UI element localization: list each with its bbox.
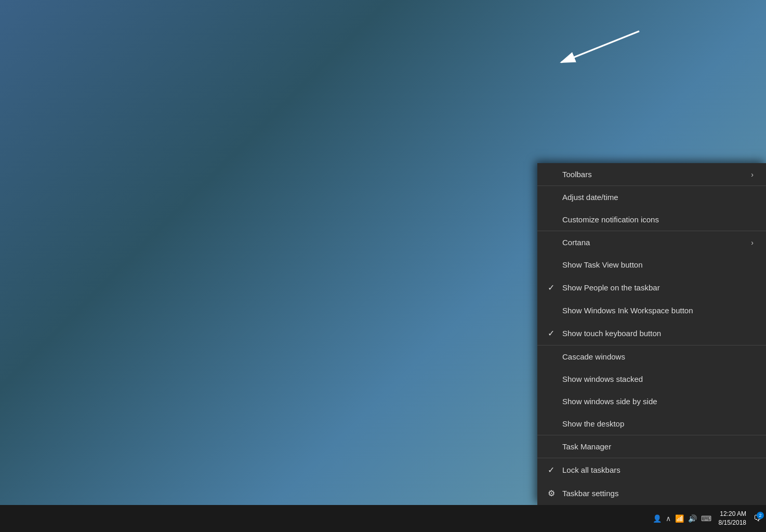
menu-item-toolbars[interactable]: Toolbars› (537, 163, 766, 185)
menu-item-customize-notifications[interactable]: Customize notification icons (537, 208, 766, 231)
menu-item-lock-taskbars[interactable]: ✓Lock all taskbars (537, 458, 766, 482)
show-hidden-icons[interactable]: ∧ (666, 514, 671, 523)
label-show-touch-keyboard: Show touch keyboard button (562, 329, 754, 338)
people-icon[interactable]: 👤 (653, 514, 662, 523)
menu-item-show-touch-keyboard[interactable]: ✓Show touch keyboard button (537, 322, 766, 345)
label-show-task-view: Show Task View button (562, 260, 754, 269)
check-show-people: ✓ (548, 283, 562, 292)
label-show-ink-workspace: Show Windows Ink Workspace button (562, 306, 754, 315)
label-taskbar-settings: Taskbar settings (562, 489, 754, 498)
arrow-toolbars: › (751, 170, 754, 179)
label-show-people: Show People on the taskbar (562, 283, 754, 292)
label-customize-notifications: Customize notification icons (562, 215, 754, 224)
label-show-stacked: Show windows stacked (562, 375, 754, 383)
notification-badge: 2 (757, 512, 764, 519)
date-display: 8/15/2018 (719, 518, 746, 527)
label-show-desktop: Show the desktop (562, 419, 754, 428)
check-lock-taskbars: ✓ (548, 465, 562, 475)
menu-item-show-desktop[interactable]: Show the desktop (537, 413, 766, 435)
label-adjust-datetime: Adjust date/time (562, 193, 754, 202)
label-lock-taskbars: Lock all taskbars (562, 466, 754, 474)
check-taskbar-settings: ⚙ (548, 488, 562, 498)
menu-item-show-task-view[interactable]: Show Task View button (537, 254, 766, 276)
menu-item-cascade-windows[interactable]: Cascade windows (537, 345, 766, 368)
label-task-manager: Task Manager (562, 442, 754, 451)
menu-item-show-side-by-side[interactable]: Show windows side by side (537, 390, 766, 413)
taskbar: 👤 ∧ 📶 🔊 ⌨ 12:20 AM 8/15/2018 🗨 2 (0, 505, 766, 532)
menu-item-show-ink-workspace[interactable]: Show Windows Ink Workspace button (537, 299, 766, 322)
menu-item-cortana[interactable]: Cortana› (537, 231, 766, 254)
check-show-touch-keyboard: ✓ (548, 328, 562, 338)
arrow-cortana: › (751, 238, 754, 247)
menu-item-taskbar-settings[interactable]: ⚙Taskbar settings (537, 482, 766, 505)
keyboard-icon[interactable]: ⌨ (701, 514, 711, 523)
context-menu: Toolbars›Adjust date/timeCustomize notif… (537, 163, 766, 505)
label-toolbars: Toolbars (562, 170, 751, 179)
menu-item-adjust-datetime[interactable]: Adjust date/time (537, 186, 766, 208)
clock-area[interactable]: 12:20 AM 8/15/2018 (716, 510, 749, 527)
time-display: 12:20 AM (719, 510, 746, 518)
network-icon[interactable]: 📶 (675, 514, 684, 523)
menu-item-show-stacked[interactable]: Show windows stacked (537, 368, 766, 390)
menu-item-task-manager[interactable]: Task Manager (537, 435, 766, 458)
notification-button[interactable]: 🗨 2 (754, 514, 762, 523)
label-cascade-windows: Cascade windows (562, 352, 754, 361)
label-show-side-by-side: Show windows side by side (562, 397, 754, 406)
taskbar-right: 👤 ∧ 📶 🔊 ⌨ 12:20 AM 8/15/2018 🗨 2 (653, 510, 762, 527)
label-cortana: Cortana (562, 238, 751, 247)
volume-icon[interactable]: 🔊 (688, 514, 697, 523)
menu-item-show-people[interactable]: ✓Show People on the taskbar (537, 276, 766, 299)
